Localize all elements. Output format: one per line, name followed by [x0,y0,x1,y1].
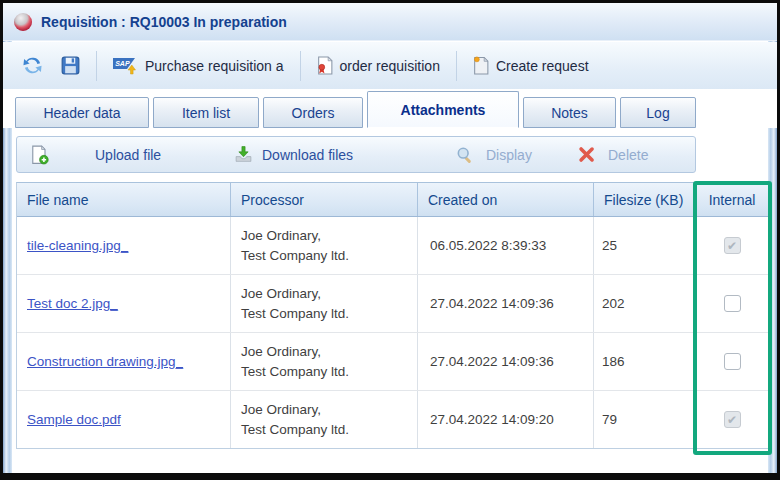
created-on-cell: 06.05.2022 8:39:33 [418,217,594,274]
upload-file-button[interactable]: Upload file [31,137,161,172]
column-header-internal: Internal [696,183,768,216]
download-files-button[interactable]: Download files [234,137,353,172]
table-row: Test doc 2.jpg_ Joe Ordinary, Test Compa… [17,275,768,333]
delete-label: Delete [608,147,648,163]
processor-line: Test Company ltd. [241,420,349,440]
filesize-cell: 79 [594,391,696,448]
delete-button[interactable]: Delete [578,137,648,172]
app-sphere-icon [14,13,32,31]
save-icon [61,56,80,75]
table-row: tile-cleaning.jpg_ Joe Ordinary, Test Co… [17,217,768,275]
attachments-toolbar: Upload file Download files [16,136,696,173]
column-header-created-on: Created on [418,183,594,216]
created-on-cell: 27.04.2022 14:09:20 [418,391,594,448]
file-name-cell: tile-cleaning.jpg_ [17,217,231,274]
filesize-cell: 25 [594,217,696,274]
processor-cell: Joe Ordinary, Test Company ltd. [231,391,418,448]
tab-orders[interactable]: Orders [263,97,363,128]
toolbar-separator [96,51,97,81]
column-header-processor: Processor [231,183,418,216]
attachments-table: File name Processor Created on Filesize … [16,182,769,449]
sap-upload-icon: SAP [113,57,138,75]
toolbar-separator [456,51,457,81]
processor-line: Test Company ltd. [241,304,349,324]
processor-line: Joe Ordinary, [241,400,321,420]
refresh-icon [22,55,43,76]
table-row: Sample doc.pdf Joe Ordinary, Test Compan… [17,391,768,448]
column-header-filesize: Filesize (KB) [594,183,696,216]
processor-line: Joe Ordinary, [241,226,321,246]
magnifier-icon [456,146,474,164]
window-title: Requisition : RQ10003 In preparation [41,14,287,30]
download-files-icon [234,145,253,164]
tab-item-list[interactable]: Item list [153,97,259,128]
internal-checkbox[interactable] [724,237,741,254]
upload-file-label: Upload file [95,147,161,163]
upload-file-icon [31,145,49,165]
processor-line: Joe Ordinary, [241,342,321,362]
tab-log[interactable]: Log [620,97,696,128]
internal-cell [696,217,768,274]
file-name-cell: Construction drawing.jpg_ [17,333,231,390]
file-link[interactable]: tile-cleaning.jpg_ [27,238,128,253]
created-on-cell: 27.04.2022 14:09:36 [418,275,594,332]
main-toolbar: SAP Purchase requisition a order requi [3,42,777,89]
processor-cell: Joe Ordinary, Test Company ltd. [231,275,418,332]
order-requisition-label: order requisition [340,58,440,74]
document-ribbon-icon [317,56,333,75]
create-request-button[interactable]: Create request [467,52,595,79]
file-name-cell: Sample doc.pdf [17,391,231,448]
filesize-cell: 202 [594,275,696,332]
processor-line: Joe Ordinary, [241,284,321,304]
tab-notes[interactable]: Notes [523,97,616,128]
processor-line: Test Company ltd. [241,362,349,382]
document-new-icon [473,56,489,75]
svg-text:SAP: SAP [115,60,130,67]
order-requisition-button[interactable]: order requisition [311,52,446,79]
column-header-file-name: File name [17,183,231,216]
title-bar: Requisition : RQ10003 In preparation [3,3,777,41]
purchase-requisition-label: Purchase requisition a [145,58,284,74]
download-files-label: Download files [262,147,353,163]
delete-x-icon [578,146,595,163]
tab-header-data[interactable]: Header data [15,97,149,128]
file-link[interactable]: Sample doc.pdf [27,412,121,427]
create-request-label: Create request [496,58,589,74]
toolbar-separator [300,51,301,81]
processor-cell: Joe Ordinary, Test Company ltd. [231,333,418,390]
internal-cell [696,333,768,390]
created-on-cell: 27.04.2022 14:09:36 [418,333,594,390]
internal-checkbox[interactable] [724,295,741,312]
processor-line: Test Company ltd. [241,246,349,266]
refresh-button[interactable] [16,51,49,80]
application-window: Requisition : RQ10003 In preparation [3,3,777,473]
internal-cell [696,391,768,448]
purchase-requisition-button[interactable]: SAP Purchase requisition a [107,53,290,79]
file-name-cell: Test doc 2.jpg_ [17,275,231,332]
tab-attachments[interactable]: Attachments [367,91,519,128]
table-header-row: File name Processor Created on Filesize … [17,183,768,217]
display-label: Display [486,147,532,163]
file-link[interactable]: Construction drawing.jpg_ [27,354,183,369]
processor-cell: Joe Ordinary, Test Company ltd. [231,217,418,274]
screenshot: Requisition : RQ10003 In preparation [0,0,780,480]
internal-cell [696,275,768,332]
filesize-cell: 186 [594,333,696,390]
save-button[interactable] [55,52,86,79]
internal-checkbox[interactable] [724,411,741,428]
internal-checkbox[interactable] [724,353,741,370]
file-link[interactable]: Test doc 2.jpg_ [27,296,118,311]
tab-bar: Header data Item list Orders Attachments… [3,89,777,128]
table-row: Construction drawing.jpg_ Joe Ordinary, … [17,333,768,391]
display-button[interactable]: Display [456,137,532,172]
